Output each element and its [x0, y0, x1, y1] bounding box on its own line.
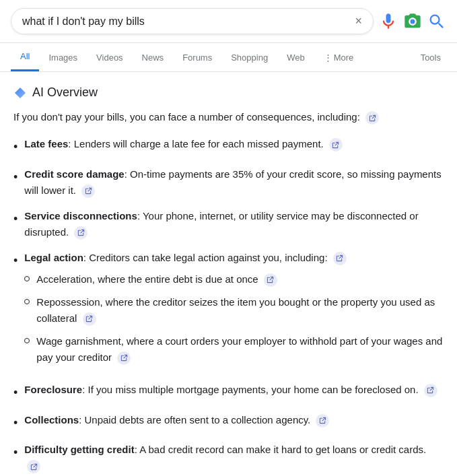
- list-item-late-fees: • Late fees: Lenders will charge a late …: [13, 136, 444, 157]
- service-disconnections-link-icon[interactable]: [74, 226, 87, 240]
- tab-web[interactable]: Web: [277, 44, 314, 71]
- search-icons: [379, 12, 446, 31]
- term-collections: Collections: [24, 414, 79, 426]
- repossession-link-icon[interactable]: [83, 312, 96, 326]
- ai-overview-title: AI Overview: [32, 86, 98, 100]
- term-foreclosure: Foreclosure: [24, 384, 82, 395]
- wage-garnishment-link-icon[interactable]: [117, 351, 131, 365]
- ai-diamond-icon: [13, 86, 27, 100]
- search-input-wrapper: what if I don't pay my bills ×: [11, 8, 374, 34]
- list-item-service-disconnections: • Service disconnections: Your phone, in…: [13, 208, 444, 240]
- legal-action-link-icon[interactable]: [333, 252, 347, 265]
- bullet-dot: •: [13, 251, 17, 271]
- tab-all[interactable]: All: [11, 43, 39, 71]
- list-item-legal-action: • Legal action: Creditors can take legal…: [13, 250, 444, 372]
- sub-list-item-repossession: Repossession, where the creditor seizes …: [24, 294, 444, 327]
- more-label: More: [334, 53, 354, 63]
- tab-more[interactable]: ⋮ More: [314, 44, 363, 71]
- list-item-difficulty-credit: • Difficulty getting credit: A bad credi…: [13, 442, 444, 474]
- bullet-dot: •: [13, 137, 17, 157]
- more-dots-icon: ⋮: [324, 53, 332, 63]
- bullet-dot: •: [13, 383, 17, 403]
- text-foreclosure: : If you miss multiple mortgage payments…: [82, 384, 418, 395]
- text-repossession: Repossession, where the creditor seizes …: [36, 296, 435, 324]
- intro-link-icon[interactable]: [365, 111, 379, 125]
- late-fees-link-icon[interactable]: [329, 138, 343, 151]
- ai-intro-text: If you don't pay your bills, you can fac…: [13, 109, 444, 125]
- sub-content: Wage garnishment, where a court orders y…: [36, 333, 444, 366]
- bullet-content: Legal action: Creditors can take legal a…: [24, 250, 444, 372]
- collections-link-icon[interactable]: [316, 414, 329, 428]
- bullet-content: Collections: Unpaid debts are often sent…: [24, 412, 444, 428]
- term-legal-action: Legal action: [24, 252, 83, 263]
- clear-icon[interactable]: ×: [355, 14, 362, 28]
- term-credit-score: Credit score damage: [24, 168, 124, 180]
- main-content: AI Overview If you don't pay your bills,…: [0, 72, 457, 476]
- text-difficulty-credit: : A bad credit record can make it hard t…: [135, 444, 427, 455]
- term-difficulty-credit: Difficulty getting credit: [24, 444, 134, 455]
- tab-tools[interactable]: Tools: [415, 44, 446, 71]
- svg-point-0: [411, 19, 415, 24]
- nav-tabs: All Images Videos News Forums Shopping W…: [0, 43, 457, 72]
- ai-overview-header: AI Overview: [13, 86, 444, 100]
- acceleration-link-icon[interactable]: [264, 273, 277, 287]
- search-bar-area: what if I don't pay my bills ×: [0, 0, 457, 43]
- text-collections: : Unpaid debts are often sent to a colle…: [79, 414, 310, 426]
- bullet-content: Credit score damage: On-time payments ar…: [24, 166, 444, 199]
- bullet-dot: •: [13, 413, 17, 433]
- term-service-disconnections: Service disconnections: [24, 210, 137, 222]
- tab-videos[interactable]: Videos: [87, 44, 133, 71]
- sub-dot: [24, 299, 30, 304]
- difficulty-credit-link-icon[interactable]: [27, 460, 40, 473]
- sub-dot: [24, 338, 30, 343]
- list-item-credit-score: • Credit score damage: On-time payments …: [13, 166, 444, 199]
- bullet-dot: •: [13, 443, 17, 463]
- tab-images[interactable]: Images: [39, 44, 87, 71]
- text-legal-action: : Creditors can take legal action agains…: [83, 252, 328, 263]
- bullet-content: Difficulty getting credit: A bad credit …: [24, 442, 444, 474]
- text-wage-garnishment: Wage garnishment, where a court orders y…: [36, 335, 442, 363]
- search-button-icon[interactable]: [427, 12, 446, 31]
- foreclosure-link-icon[interactable]: [424, 384, 437, 397]
- bullet-content: Service disconnections: Your phone, inte…: [24, 208, 444, 240]
- sub-list-item-acceleration: Acceleration, where the entire debt is d…: [24, 271, 444, 287]
- sub-content: Repossession, where the creditor seizes …: [36, 294, 444, 327]
- bullet-content: Late fees: Lenders will charge a late fe…: [24, 136, 444, 152]
- lens-icon[interactable]: [403, 12, 422, 31]
- tab-shopping[interactable]: Shopping: [221, 44, 277, 71]
- bullet-dot: •: [13, 168, 17, 187]
- svg-marker-1: [15, 88, 26, 98]
- sub-list-item-wage-garnishment: Wage garnishment, where a court orders y…: [24, 333, 444, 366]
- search-input[interactable]: what if I don't pay my bills: [22, 15, 349, 28]
- tab-news[interactable]: News: [133, 44, 174, 71]
- term-late-fees: Late fees: [24, 138, 68, 149]
- bullet-content: Foreclosure: If you miss multiple mortga…: [24, 382, 444, 398]
- sub-dot: [24, 276, 30, 281]
- tab-forums[interactable]: Forums: [173, 44, 221, 71]
- consequences-list: • Late fees: Lenders will charge a late …: [13, 136, 444, 474]
- bullet-dot: •: [13, 209, 17, 229]
- sub-content: Acceleration, where the entire debt is d…: [36, 271, 444, 287]
- text-acceleration: Acceleration, where the entire debt is d…: [36, 273, 258, 285]
- list-item-foreclosure: • Foreclosure: If you miss multiple mort…: [13, 382, 444, 403]
- mic-icon[interactable]: [379, 12, 398, 31]
- text-late-fees: : Lenders will charge a late fee for eac…: [68, 138, 323, 149]
- legal-action-sub-list: Acceleration, where the entire debt is d…: [24, 271, 444, 366]
- credit-score-link-icon[interactable]: [81, 184, 95, 198]
- list-item-collections: • Collections: Unpaid debts are often se…: [13, 412, 444, 433]
